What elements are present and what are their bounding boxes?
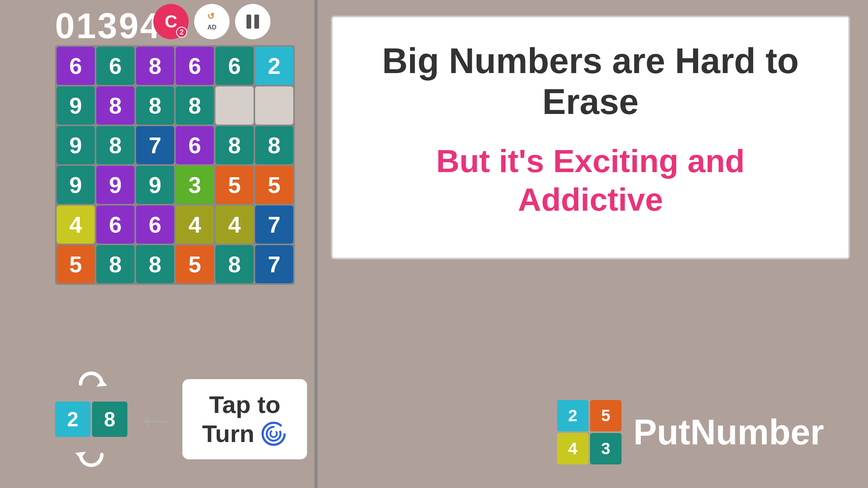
left-panel: 01394 C 2 ↺AD 66866298889876889993554664…: [0, 0, 314, 488]
spiral-icon: [260, 420, 287, 448]
pause-button[interactable]: [235, 4, 270, 39]
grid-cell[interactable]: [215, 86, 254, 125]
tap-to-turn-line2: Turn: [202, 419, 254, 448]
grid-cell[interactable]: 8: [136, 47, 174, 85]
app-name: PutNumber: [633, 412, 824, 453]
grid-cell[interactable]: 8: [96, 86, 134, 125]
grid-cell[interactable]: 6: [136, 205, 174, 244]
game-grid: 6686629888987688999355466447588587: [55, 45, 295, 285]
svg-point-4: [270, 431, 277, 437]
score-display: 01394: [55, 6, 161, 46]
grid-cell[interactable]: 3: [176, 166, 214, 204]
info-subtitle: But it's Exciting and Addictive: [364, 142, 817, 219]
grid-cell[interactable]: 4: [57, 205, 95, 244]
svg-point-3: [267, 427, 281, 441]
grid-cell[interactable]: 9: [96, 166, 134, 204]
grid-cell[interactable]: 8: [176, 86, 214, 125]
grid-cell[interactable]: 6: [96, 205, 134, 244]
logo-cell: 3: [590, 433, 622, 464]
buttons-row: C 2 ↺AD: [153, 4, 270, 39]
c-button[interactable]: C 2: [153, 4, 189, 39]
right-panel: Big Numbers are Hard to Erase But it's E…: [318, 0, 868, 488]
grid-cell[interactable]: 4: [215, 205, 254, 244]
grid-cell[interactable]: 8: [136, 245, 174, 283]
grid-cell[interactable]: 8: [136, 86, 174, 125]
logo-cell: 2: [557, 400, 588, 431]
rotate-arrows[interactable]: 28: [55, 366, 127, 472]
logo-grid: 2543: [557, 400, 622, 464]
grid-cell[interactable]: 6: [57, 47, 95, 85]
grid-cell[interactable]: 8: [215, 245, 254, 283]
left-arrow-icon: ←: [135, 400, 175, 439]
grid-cell[interactable]: 6: [176, 126, 214, 164]
grid-cell[interactable]: 8: [96, 126, 134, 164]
svg-marker-0: [97, 380, 107, 387]
c-label: C: [165, 12, 177, 31]
grid-cell[interactable]: 4: [176, 205, 214, 244]
grid-cell[interactable]: 2: [255, 47, 293, 85]
grid-cell[interactable]: 7: [255, 205, 293, 244]
tap-to-turn-line1: Tap to: [202, 390, 287, 419]
grid-cell[interactable]: 9: [57, 126, 95, 164]
ad-button[interactable]: ↺AD: [194, 4, 230, 39]
logo-area: 2543 PutNumber: [557, 400, 824, 464]
grid-cell[interactable]: 6: [96, 47, 134, 85]
grid-cell[interactable]: 5: [215, 166, 254, 204]
tap-to-turn-box[interactable]: Tap to Turn: [182, 379, 307, 460]
info-title: Big Numbers are Hard to Erase: [364, 41, 817, 122]
grid-cell[interactable]: 6: [215, 47, 254, 85]
tile-preview[interactable]: 28: [55, 402, 127, 437]
grid-cell[interactable]: 6: [176, 47, 214, 85]
pause-icon: [246, 15, 259, 29]
grid-cell[interactable]: 7: [136, 126, 174, 164]
grid-cell[interactable]: 8: [96, 245, 134, 283]
grid-cell[interactable]: 8: [255, 126, 293, 164]
ad-icon: ↺AD: [207, 11, 216, 32]
preview-tile[interactable]: 8: [92, 402, 127, 437]
grid-cell[interactable]: 5: [255, 166, 293, 204]
grid-cell[interactable]: 7: [255, 245, 293, 283]
c-badge: 2: [176, 27, 187, 38]
rotate-cw-arrow: [74, 366, 109, 402]
grid-cell[interactable]: 9: [136, 166, 174, 204]
grid-cell[interactable]: 9: [57, 86, 95, 125]
grid-cell[interactable]: 5: [176, 245, 214, 283]
info-box: Big Numbers are Hard to Erase But it's E…: [331, 16, 850, 259]
logo-cell: 5: [590, 400, 622, 431]
grid-cell[interactable]: 5: [57, 245, 95, 283]
svg-marker-1: [75, 452, 86, 459]
logo-cell: 4: [557, 433, 588, 464]
grid-cell[interactable]: [255, 86, 293, 125]
grid-cell[interactable]: 9: [57, 166, 95, 204]
grid-cell[interactable]: 8: [215, 126, 254, 164]
panel-divider: [314, 0, 318, 488]
rotate-ccw-arrow: [74, 437, 109, 472]
preview-tile[interactable]: 2: [55, 402, 90, 437]
